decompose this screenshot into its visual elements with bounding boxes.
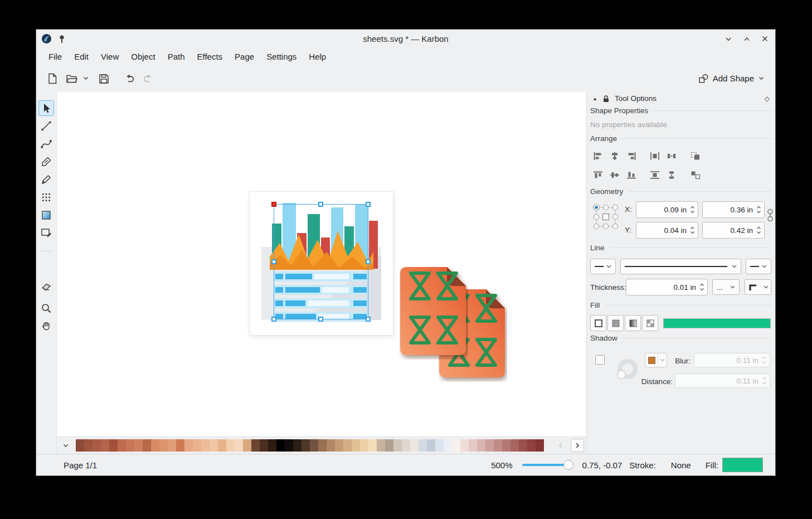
bezier-path-tool-button[interactable] [38,136,54,152]
palette-swatch[interactable] [251,439,260,452]
palette-swatch[interactable] [377,439,385,452]
maximize-button[interactable] [743,36,751,42]
palette-swatch[interactable] [452,439,460,452]
pencil-tool-button[interactable] [38,172,54,187]
selection-handle-bottom-middle[interactable] [318,317,323,322]
selection-handle-bottom-left[interactable] [271,317,276,322]
image-edit-tool-button[interactable] [38,225,54,241]
selection-handle-middle-right[interactable] [366,259,371,264]
redo-button[interactable] [139,69,158,88]
selection-handle-top-right[interactable] [366,202,371,207]
palette-swatch[interactable] [343,439,352,452]
zoom-tool-button[interactable] [38,300,54,316]
palette-expand-button[interactable] [59,439,72,452]
shadow-blur-spinbox[interactable]: 0.11 in [694,353,770,367]
gradient-tool-button[interactable] [38,207,54,223]
palette-swatch[interactable] [193,439,201,452]
menu-item-path[interactable]: Path [162,50,191,63]
palette-swatch[interactable] [101,439,109,452]
menu-item-settings[interactable]: Settings [260,50,303,63]
palette-scroll-left-button[interactable] [554,439,567,452]
line-join-combo[interactable] [745,279,771,295]
menu-item-effects[interactable]: Effects [191,50,229,63]
palette-swatch[interactable] [519,439,527,452]
palette-swatch[interactable] [218,439,226,452]
align-top-button[interactable] [591,168,605,182]
palette-swatch[interactable] [318,439,327,452]
width-spinbox[interactable]: 0.36 in [702,201,765,218]
canvas[interactable] [57,92,586,454]
collapse-arrow-icon[interactable]: ▲ [592,96,597,101]
sheets-icon-front[interactable] [399,266,468,360]
align-left-button[interactable] [591,149,605,163]
palette-swatch[interactable] [494,439,502,452]
save-button[interactable] [94,69,113,88]
palette-swatch[interactable] [143,439,151,452]
undo-button[interactable] [120,69,139,88]
calligraphy-tool-button[interactable] [38,154,54,169]
palette-swatch[interactable] [385,439,393,452]
menu-item-help[interactable]: Help [303,50,332,63]
line-style-combo[interactable] [620,259,741,274]
palette-swatch[interactable] [109,439,118,452]
palette-swatch[interactable] [302,439,310,452]
palette-swatch[interactable] [293,439,302,452]
distribute-horizontal-gaps-button[interactable] [664,149,679,163]
shadow-angle-dial[interactable] [615,357,640,383]
line-tool-button[interactable] [38,118,54,134]
palette-swatch[interactable] [402,439,410,452]
spinner-arrows[interactable] [756,226,761,234]
new-document-button[interactable] [43,69,62,88]
palette-swatch[interactable] [84,439,93,452]
palette-swatch[interactable] [536,439,544,452]
lock-icon[interactable] [602,95,610,103]
spinner-arrows[interactable] [690,226,695,234]
distribute-vertical-center-button[interactable] [648,168,662,182]
palette-swatch[interactable] [485,439,494,452]
palette-scroll-right-button[interactable] [571,439,584,452]
pan-tool-button[interactable] [38,318,54,334]
palette-swatch[interactable] [243,439,251,452]
palette-swatch[interactable] [151,439,159,452]
palette-swatch[interactable] [310,439,318,452]
palette-swatch[interactable] [276,439,285,452]
palette-swatch[interactable] [368,439,377,452]
palette-swatch[interactable] [76,439,84,452]
zoom-slider-handle[interactable] [563,460,573,470]
x-position-spinbox[interactable]: 0.09 in [636,201,698,218]
palette-swatch[interactable] [419,439,427,452]
palette-swatch[interactable] [435,439,444,452]
menu-item-page[interactable]: Page [228,50,260,63]
palette-swatch[interactable] [159,439,168,452]
distribute-vertical-gaps-button[interactable] [664,168,679,182]
align-right-button[interactable] [624,149,639,163]
spinner-arrows[interactable] [690,206,695,214]
select-tool-button[interactable] [38,100,54,116]
palette-swatch[interactable] [469,439,477,452]
add-shape-button[interactable]: Add Shape [694,71,769,86]
palette-swatch[interactable] [352,439,360,452]
eraser-tool-button[interactable] [38,278,54,294]
palette-swatch[interactable] [360,439,368,452]
spinner-arrows[interactable] [762,377,767,385]
palette-swatch[interactable] [393,439,402,452]
fill-none-button[interactable] [590,315,606,331]
selection-handle-middle-left[interactable] [271,259,276,264]
line-cap-combo[interactable]: ... [712,279,740,295]
line-start-marker-combo[interactable] [590,259,616,274]
palette-swatch[interactable] [502,439,510,452]
zoom-slider-track[interactable] [522,464,565,466]
menu-item-file[interactable]: File [42,50,68,63]
palette-swatch[interactable] [410,439,419,452]
open-recent-chevron-icon[interactable] [81,69,91,88]
selection-handle-top-middle[interactable] [318,202,323,207]
align-bottom-button[interactable] [624,168,639,182]
selection-rectangle[interactable] [274,204,368,319]
selection-handle-top-left[interactable] [271,202,276,207]
position-anchor-widget[interactable] [591,202,620,231]
zoom-slider[interactable] [522,459,568,471]
menu-item-edit[interactable]: Edit [68,50,95,63]
fill-color-bar[interactable] [663,318,771,328]
thickness-spinbox[interactable]: 0.01 in [626,279,708,295]
palette-swatch[interactable] [210,439,218,452]
